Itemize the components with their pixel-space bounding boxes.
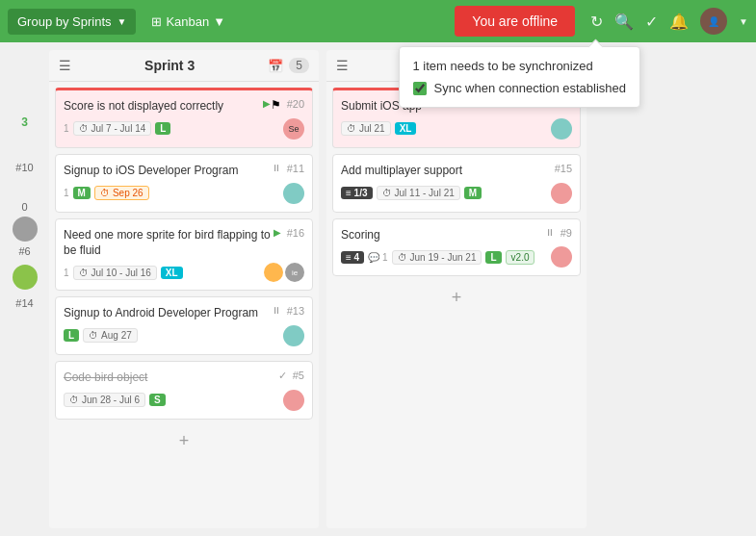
list-count-badge: ≡ 4 bbox=[341, 251, 364, 264]
date-badge: ⏱ Jun 28 - Jul 6 bbox=[64, 393, 145, 407]
size-badge-l: L bbox=[64, 329, 79, 342]
card-footer: ≡ 4 💬 1 ⏱ Jun 19 - Jun 21 L v2.0 bbox=[341, 246, 572, 268]
calendar-icon[interactable]: 📅 bbox=[268, 59, 283, 73]
card-score-not-displayed[interactable]: Score is not displayed correctly ▶ ⚑ #20… bbox=[55, 88, 313, 148]
date-text: Jul 21 bbox=[359, 123, 385, 134]
group-by-button[interactable]: Group by Sprints ▼ bbox=[8, 9, 136, 35]
kanban-button[interactable]: ⊞ Kanban ▼ bbox=[143, 11, 233, 33]
card-id: #15 bbox=[555, 163, 572, 174]
assignee-avatar bbox=[551, 183, 572, 204]
sprint-label-3: 3 bbox=[8, 50, 41, 129]
card-title: Code bird object bbox=[64, 370, 278, 386]
date-text: Jun 19 - Jun 21 bbox=[410, 252, 477, 263]
clock-icon: ⏱ bbox=[100, 188, 110, 198]
size-badge-s: S bbox=[149, 394, 166, 406]
kanban-board-icon: ⊞ bbox=[151, 14, 162, 29]
clock-icon: ⏱ bbox=[89, 330, 98, 341]
avatar-2: ie bbox=[285, 263, 304, 282]
date-text: Jul 11 - Jul 21 bbox=[395, 188, 455, 198]
card-title: Signup to iOS Developer Program bbox=[64, 163, 272, 179]
offline-button[interactable]: You are offline bbox=[455, 6, 575, 37]
card-multiplayer[interactable]: Add multiplayer support #15 ≡ 1/3 ⏱ Jul … bbox=[332, 154, 581, 213]
issue-label-14: #14 bbox=[8, 297, 41, 309]
size-badge-l: L bbox=[155, 122, 170, 135]
version-badge: v2.0 bbox=[506, 250, 535, 265]
date-text: Jul 7 - Jul 14 bbox=[91, 123, 146, 134]
check-complete-icon: ✓ bbox=[278, 370, 287, 382]
issue-label-10: #10 bbox=[8, 162, 41, 173]
sync-checkbox[interactable] bbox=[413, 82, 427, 95]
pause-icon: ⏸ bbox=[272, 305, 281, 316]
date-badge: ⏱ Jun 19 - Jun 21 bbox=[392, 250, 482, 265]
card-title: Add multiplayer support bbox=[341, 163, 549, 179]
offline-label: You are offline bbox=[472, 13, 558, 29]
card-id: #13 bbox=[287, 305, 304, 317]
sprint-3-body: Score is not displayed correctly ▶ ⚑ #20… bbox=[49, 82, 319, 425]
assignee-avatar bbox=[283, 325, 304, 346]
card-footer: ≡ 1/3 ⏱ Jul 11 - Jul 21 M bbox=[341, 183, 572, 204]
left-avatar-2 bbox=[13, 265, 38, 290]
card-footer: ⏱ Jul 21 XL bbox=[341, 118, 572, 140]
clock-icon: ⏱ bbox=[382, 188, 392, 198]
card-header: Add multiplayer support #15 bbox=[341, 163, 572, 179]
header-icons: ↻ 🔍 ✓ 🔔 👤 ▼ bbox=[590, 8, 748, 35]
issue-label-6: #6 bbox=[8, 245, 41, 257]
sprint-right-body: Submit iOS app ⏱ Jul 21 XL Add multiplay… bbox=[326, 82, 587, 282]
collapse-icon[interactable]: ☰ bbox=[336, 58, 349, 73]
tooltip-title: 1 item needs to be synchronized bbox=[413, 59, 626, 73]
assignee-avatar bbox=[283, 390, 304, 411]
size-badge-xl: XL bbox=[395, 122, 417, 135]
add-card-button-right[interactable]: + bbox=[326, 282, 587, 314]
card-header: Signup to iOS Developer Program ⏸ #11 bbox=[64, 163, 304, 179]
card-header: Signup to Android Developer Program ⏸ #1… bbox=[64, 305, 304, 321]
card-signup-ios[interactable]: Signup to iOS Developer Program ⏸ #11 1 … bbox=[55, 154, 313, 213]
size-badge-m: M bbox=[73, 187, 91, 199]
card-id: #16 bbox=[287, 227, 304, 239]
left-avatar-1 bbox=[13, 217, 38, 242]
card-title: Need one more sprite for bird flapping t… bbox=[64, 227, 274, 260]
card-footer: 1 M ⏱ Sep 26 bbox=[64, 183, 304, 204]
assignee-avatar: Se bbox=[283, 118, 304, 140]
card-header: Code bird object ✓ #5 bbox=[64, 370, 304, 386]
clock-icon: ⏱ bbox=[398, 252, 407, 263]
card-scoring[interactable]: Scoring ⏸ #9 ≡ 4 💬 1 ⏱ Jun 19 - Jun 21 L… bbox=[332, 218, 581, 277]
date-badge: ⏱ Jul 21 bbox=[341, 121, 391, 136]
sync-icon[interactable]: ↻ bbox=[590, 13, 603, 31]
card-sprite-bird[interactable]: Need one more sprite for bird flapping t… bbox=[55, 218, 313, 292]
chevron-down-icon[interactable]: ▼ bbox=[739, 16, 748, 27]
date-badge-orange: ⏱ Sep 26 bbox=[94, 186, 149, 200]
card-id: #11 bbox=[287, 163, 304, 174]
card-signup-android[interactable]: Signup to Android Developer Program ⏸ #1… bbox=[55, 296, 313, 355]
sync-tooltip: 1 item needs to be synchronized Sync whe… bbox=[399, 46, 640, 108]
clock-icon: ⏱ bbox=[79, 123, 89, 134]
pause-icon: ⏸ bbox=[272, 163, 281, 173]
card-header: Need one more sprite for bird flapping t… bbox=[64, 227, 304, 260]
card-header: Scoring ⏸ #9 bbox=[341, 227, 572, 243]
play-icon: ▶ bbox=[263, 98, 271, 109]
chevron-down-icon: ▼ bbox=[213, 14, 225, 29]
sync-checkbox-label[interactable]: Sync when connection established bbox=[413, 81, 626, 95]
group-by-label: Group by Sprints bbox=[17, 14, 112, 29]
clock-icon: ⏱ bbox=[347, 123, 356, 134]
user-avatar[interactable]: 👤 bbox=[700, 8, 727, 35]
sprint-3-column: ☰ Sprint 3 📅 5 Score is not displayed co… bbox=[49, 50, 319, 528]
size-badge-xl: XL bbox=[161, 267, 183, 279]
search-icon[interactable]: 🔍 bbox=[614, 13, 634, 31]
date-text: Aug 27 bbox=[101, 330, 132, 341]
sub-tasks-count: 1 bbox=[64, 188, 69, 198]
card-id: #5 bbox=[293, 370, 304, 381]
avatar-1 bbox=[264, 263, 283, 282]
sub-tasks-count: 1 bbox=[64, 123, 69, 134]
sprint-3-count: 5 bbox=[289, 58, 309, 73]
chevron-down-icon: ▼ bbox=[117, 16, 127, 27]
date-text: Jun 28 - Jul 6 bbox=[82, 395, 140, 405]
assignee-avatar bbox=[551, 246, 572, 268]
card-title: Signup to Android Developer Program bbox=[64, 305, 272, 321]
card-code-bird[interactable]: Code bird object ✓ #5 ⏱ Jun 28 - Jul 6 S bbox=[55, 361, 313, 420]
assignee-avatars: ie bbox=[264, 263, 304, 282]
list-badge: ≡ 1/3 bbox=[341, 187, 373, 199]
add-card-button[interactable]: + bbox=[49, 425, 319, 457]
collapse-icon[interactable]: ☰ bbox=[59, 58, 71, 73]
check-icon[interactable]: ✓ bbox=[645, 13, 658, 31]
bell-icon[interactable]: 🔔 bbox=[669, 13, 689, 31]
